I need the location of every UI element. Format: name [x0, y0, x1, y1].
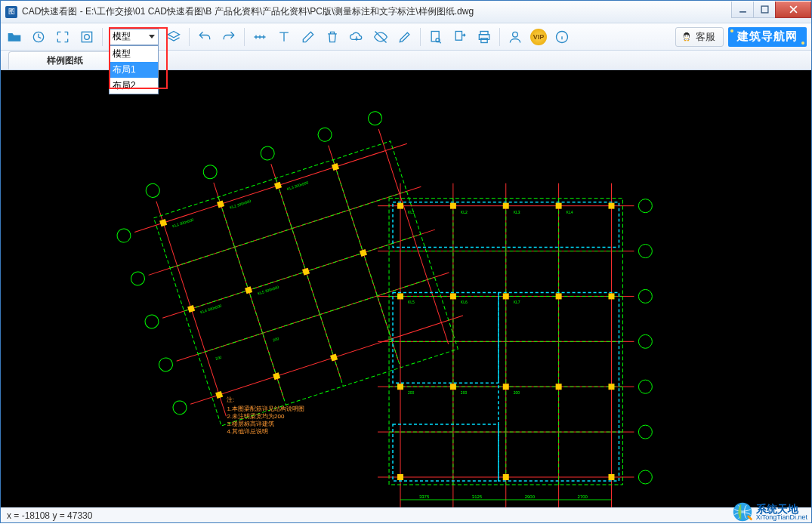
zoom-window-icon[interactable] — [78, 28, 96, 46]
layout-option-layout2[interactable]: 布局2 — [110, 78, 158, 94]
svg-point-14 — [513, 32, 518, 37]
layout-dropdown[interactable]: 模型 — [109, 29, 159, 45]
export-icon[interactable] — [451, 28, 469, 46]
user-icon[interactable] — [506, 28, 524, 46]
svg-text:KL3: KL3 — [514, 210, 520, 214]
title-bar: 图 CAD快速看图 - E:\工作交接\01 CAD快速看图\B 产品化资料\产… — [1, 1, 811, 23]
edit-icon[interactable] — [396, 28, 414, 46]
watermark-text-en: XiTongTianDi.net — [756, 514, 807, 521]
svg-text:KL6: KL6 — [461, 300, 468, 304]
svg-rect-59 — [330, 354, 338, 362]
watermark: 系统天地 XiTongTianDi.net — [732, 501, 807, 522]
svg-text:2700: 2700 — [578, 495, 588, 499]
svg-point-45 — [129, 270, 147, 288]
watermark-text-cn: 系统天地 — [756, 504, 807, 514]
svg-rect-56 — [360, 249, 367, 257]
navsite-button[interactable]: 建筑导航网 — [728, 27, 807, 47]
svg-text:200: 200 — [408, 390, 415, 395]
cloud-download-icon[interactable] — [347, 28, 366, 46]
qq-icon — [681, 31, 693, 43]
drawing-canvas[interactable]: KL1 300x600KL2 300x600KL3 300x600 KL4 30… — [1, 70, 811, 507]
svg-rect-1 — [761, 6, 768, 13]
customer-service-label: 客服 — [696, 30, 715, 44]
svg-rect-103 — [450, 384, 456, 390]
vip-badge[interactable]: VIP — [530, 29, 547, 45]
svg-text:KL7: KL7 — [514, 300, 520, 304]
info-icon[interactable] — [553, 28, 571, 46]
text-icon[interactable] — [275, 28, 293, 46]
svg-text:2900: 2900 — [525, 495, 536, 499]
svg-rect-96 — [608, 203, 614, 209]
svg-rect-108 — [503, 474, 509, 480]
svg-point-112 — [638, 289, 652, 303]
svg-rect-13 — [481, 38, 487, 42]
svg-rect-58 — [273, 372, 280, 380]
window-controls — [732, 2, 811, 18]
svg-rect-52 — [332, 163, 339, 171]
svg-point-19 — [687, 35, 688, 36]
svg-point-47 — [157, 356, 174, 374]
svg-line-26 — [190, 316, 463, 404]
main-toolbar: 模型 模型 布局1 布局2 VIP — [1, 23, 811, 51]
svg-point-44 — [116, 227, 133, 245]
svg-rect-97 — [397, 293, 403, 299]
open-file-icon[interactable] — [5, 28, 23, 46]
svg-rect-94 — [503, 203, 509, 209]
svg-point-110 — [638, 199, 652, 213]
svg-rect-95 — [556, 203, 562, 209]
svg-text:3.楼层标高详建筑: 3.楼层标高详建筑 — [227, 421, 274, 427]
delete-icon[interactable] — [323, 28, 341, 46]
svg-rect-5 — [82, 32, 91, 42]
svg-text:200: 200 — [514, 390, 520, 395]
svg-rect-54 — [245, 286, 252, 294]
svg-point-48 — [171, 399, 189, 417]
svg-rect-8 — [431, 31, 439, 41]
svg-point-41 — [259, 145, 276, 162]
svg-rect-102 — [397, 384, 403, 390]
layout-dropdown-value: 模型 — [113, 30, 131, 43]
undo-icon[interactable] — [196, 28, 214, 46]
minimize-button[interactable] — [731, 2, 754, 18]
layout-option-model[interactable]: 模型 — [110, 46, 158, 62]
svg-text:200: 200 — [272, 336, 279, 342]
svg-text:KL4: KL4 — [567, 210, 573, 214]
drawing-tab-active[interactable]: 样例图纸 — [8, 51, 122, 69]
toolbar-separator — [189, 28, 190, 46]
svg-rect-91 — [393, 424, 499, 481]
fullscreen-icon[interactable] — [54, 28, 72, 46]
svg-rect-51 — [274, 182, 282, 190]
svg-text:注:: 注: — [227, 396, 234, 403]
maximize-button[interactable] — [753, 2, 776, 18]
search-doc-icon[interactable] — [427, 28, 445, 46]
svg-point-115 — [638, 425, 652, 439]
svg-rect-98 — [450, 293, 456, 299]
svg-rect-50 — [217, 200, 224, 208]
svg-point-18 — [685, 35, 686, 36]
svg-rect-92 — [397, 203, 403, 209]
cad-drawing: KL1 300x600KL2 300x600KL3 300x600 KL4 30… — [1, 70, 811, 507]
eraser-icon[interactable] — [299, 28, 317, 46]
svg-rect-105 — [556, 384, 562, 390]
redo-icon[interactable] — [220, 28, 238, 46]
customer-service-button[interactable]: 客服 — [675, 27, 724, 47]
window-title: CAD快速看图 - E:\工作交接\01 CAD快速看图\B 产品化资料\产品化… — [22, 5, 474, 18]
close-button[interactable] — [775, 2, 811, 18]
svg-rect-53 — [187, 305, 195, 313]
svg-point-40 — [202, 163, 219, 180]
hide-icon[interactable] — [372, 28, 390, 46]
svg-rect-101 — [608, 293, 614, 299]
status-bar: x = -18108 y = 47330 — [1, 507, 811, 522]
svg-rect-93 — [450, 203, 456, 209]
svg-text:4.其他详总说明: 4.其他详总说明 — [227, 428, 268, 435]
layers-icon[interactable] — [165, 28, 183, 46]
svg-point-116 — [638, 470, 652, 484]
layout-option-layout1[interactable]: 布局1 — [110, 62, 158, 78]
svg-point-114 — [638, 380, 652, 393]
svg-rect-109 — [608, 474, 614, 480]
measure-icon[interactable] — [251, 28, 269, 46]
svg-rect-49 — [159, 219, 167, 226]
toolbar-separator — [499, 28, 500, 46]
history-icon[interactable] — [29, 28, 48, 46]
svg-point-6 — [85, 34, 90, 39]
print-icon[interactable] — [475, 28, 493, 46]
